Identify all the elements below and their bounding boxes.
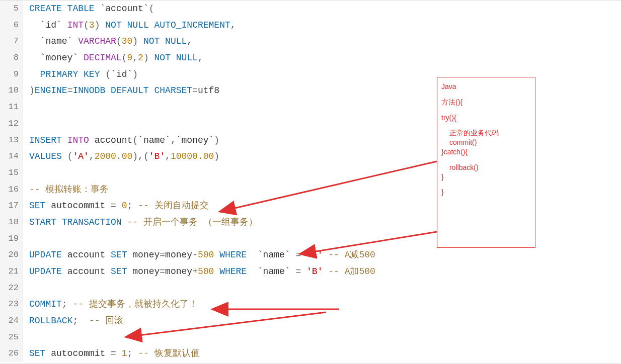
- code-line[interactable]: SET autocommit = 1; -- 恢复默认值: [29, 345, 621, 362]
- line-number: 8: [0, 50, 23, 66]
- line-number-gutter: 567891011121314151617181920212223242526: [0, 1, 23, 362]
- java-annotation-box: Java 方法(){ try(){ 正常的业务代码 commit() }catc…: [437, 77, 535, 248]
- line-number: 16: [0, 181, 23, 198]
- annotation-catch: }catch(){: [441, 148, 531, 156]
- code-line[interactable]: ROLLBACK; -- 回滚: [29, 313, 621, 329]
- code-line[interactable]: UPDATE account SET money=money+500 WHERE…: [29, 263, 621, 280]
- line-number: 19: [0, 231, 23, 247]
- code-editor: 567891011121314151617181920212223242526 …: [0, 0, 621, 364]
- code-line[interactable]: `id` INT(3) NOT NULL AUTO_INCREMENT,: [29, 17, 621, 34]
- line-number: 23: [0, 296, 23, 313]
- line-number: 26: [0, 345, 23, 362]
- line-number: 15: [0, 165, 23, 181]
- annotation-lang: Java: [441, 82, 531, 91]
- code-line[interactable]: [29, 329, 621, 346]
- line-number: 14: [0, 148, 23, 165]
- line-number: 25: [0, 329, 23, 346]
- annotation-close2: }: [441, 188, 531, 197]
- line-number: 18: [0, 214, 23, 231]
- line-number: 5: [0, 1, 23, 17]
- line-number: 17: [0, 198, 23, 214]
- line-number: 13: [0, 132, 23, 149]
- code-line[interactable]: [29, 280, 621, 297]
- annotation-body2: commit(): [441, 138, 531, 147]
- code-line[interactable]: `money` DECIMAL(9,2) NOT NULL,: [29, 50, 621, 66]
- line-number: 9: [0, 66, 23, 83]
- annotation-rollback: rollback(): [441, 163, 531, 172]
- line-number: 10: [0, 82, 23, 99]
- line-number: 7: [0, 33, 23, 50]
- code-line[interactable]: COMMIT; -- 提交事务，就被持久化了！: [29, 296, 621, 313]
- line-number: 11: [0, 99, 23, 116]
- line-number: 6: [0, 17, 23, 34]
- annotation-close1: }: [441, 173, 531, 181]
- line-number: 24: [0, 313, 23, 329]
- line-number: 20: [0, 247, 23, 263]
- code-line[interactable]: UPDATE account SET money=money-500 WHERE…: [29, 247, 621, 263]
- annotation-try: try(){: [441, 114, 531, 122]
- line-number: 12: [0, 116, 23, 132]
- code-line[interactable]: `name` VARCHAR(30) NOT NULL,: [29, 33, 621, 50]
- code-line[interactable]: CREATE TABLE `account`(: [29, 1, 621, 17]
- line-number: 22: [0, 280, 23, 297]
- line-number: 21: [0, 263, 23, 280]
- annotation-body1: 正常的业务代码: [441, 129, 531, 137]
- annotation-method: 方法(){: [441, 98, 531, 107]
